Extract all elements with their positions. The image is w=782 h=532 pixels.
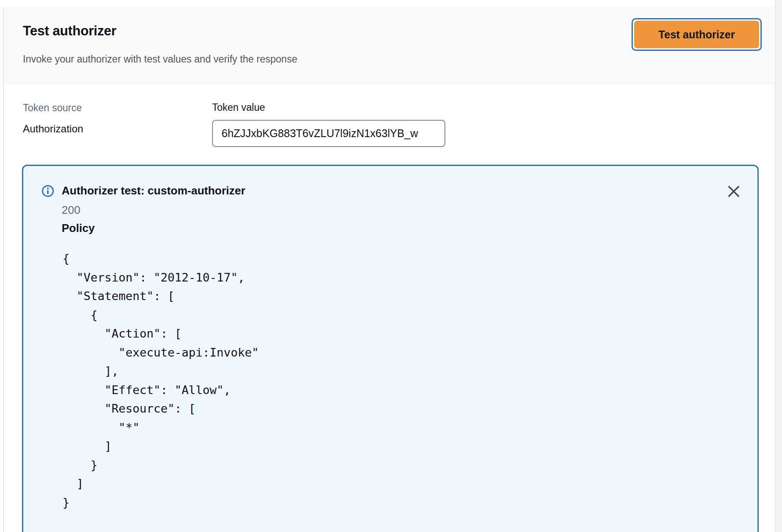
token-value-input[interactable] — [212, 120, 445, 147]
policy-label: Policy — [62, 221, 95, 235]
close-icon — [727, 185, 740, 198]
test-authorizer-button[interactable]: Test authorizer — [634, 21, 759, 48]
test-authorizer-page: { "header": { "title": "Test authorizer"… — [0, 0, 782, 532]
info-icon — [41, 185, 54, 197]
test-authorizer-button-focus-ring: Test authorizer — [632, 18, 762, 51]
status-code: 200 — [62, 203, 80, 217]
page-title: Test authorizer — [23, 23, 116, 39]
content-left-divider — [3, 8, 4, 532]
close-alert-button[interactable] — [727, 185, 740, 198]
vertical-scrollbar[interactable] — [775, 0, 782, 532]
page-subtitle: Invoke your authorizer with test values … — [23, 53, 297, 66]
policy-json-output: { "Version": "2012-10-17", "Statement": … — [63, 249, 259, 512]
token-source-value: Authorization — [23, 122, 83, 136]
token-source-label: Token source — [23, 101, 82, 114]
token-value-label: Token value — [212, 101, 265, 114]
alert-title: Authorizer test: custom-authorizer — [62, 183, 245, 198]
authorizer-test-result-alert: Authorizer test: custom-authorizer 200 P… — [22, 165, 759, 532]
